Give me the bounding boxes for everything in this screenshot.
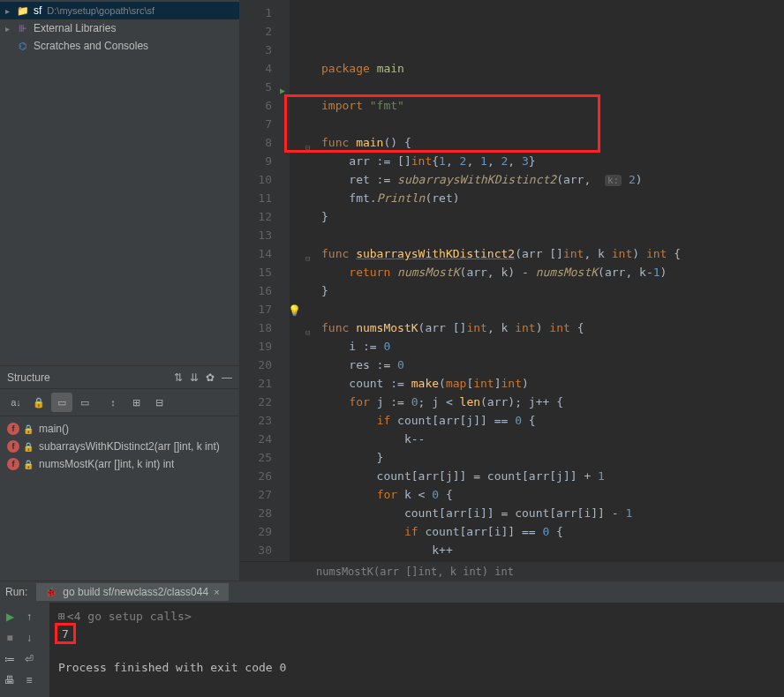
function-icon: f [7, 458, 19, 470]
fold-icon[interactable]: ⊟ [305, 250, 310, 268]
code-line[interactable] [321, 115, 681, 133]
line-number[interactable]: 16 [240, 281, 272, 300]
code-line[interactable] [321, 78, 681, 96]
fold-icon[interactable]: ⊟ [305, 139, 310, 157]
code-line[interactable]: ⊟func subarraysWithKDistinct2(arr []int,… [321, 244, 681, 263]
structure-item[interactable]: f🔒numsMostK(arr []int, k int) int [0, 455, 239, 473]
project-tree[interactable]: ▸ 📁 sf D:\mysetup\gopath\src\sf ▸ ⊪ Exte… [0, 0, 239, 55]
collapse-all-icon[interactable]: ⊟ [148, 393, 170, 412]
structure-toolbar: a↓ 🔒 ▭ ▭ ↕ ⊞ ⊟ [0, 389, 239, 416]
softwrap-icon[interactable]: ⏎ [19, 649, 39, 669]
code-line[interactable]: } [321, 207, 681, 226]
line-number[interactable]: 13 [240, 226, 272, 244]
line-number[interactable]: 8 [240, 133, 272, 152]
line-number[interactable]: 20 [240, 356, 272, 374]
code-line[interactable]: res := 0 [321, 356, 681, 374]
external-libraries[interactable]: ▸ ⊪ External Libraries [0, 19, 239, 37]
line-number[interactable]: 4 [240, 59, 272, 78]
fold-icon[interactable]: ⊟ [305, 324, 310, 342]
code-line[interactable]: if count[arr[j]] == 0 { [321, 411, 681, 430]
line-number[interactable]: 3 [240, 41, 272, 59]
expand-all-icon[interactable]: ⊞ [125, 393, 147, 412]
run-output[interactable]: ⊞<4 go setup calls> 7 Process finished w… [49, 603, 784, 697]
structure-item[interactable]: f🔒subarraysWithKDistinct2(arr []int, k i… [0, 438, 239, 455]
structure-item[interactable]: f🔒main() [0, 420, 239, 438]
line-number[interactable]: 28 [240, 504, 272, 522]
line-number[interactable]: 2 [240, 22, 272, 41]
code-line[interactable]: k++ [321, 541, 681, 559]
line-number[interactable]: 9 [240, 152, 272, 170]
hide-icon[interactable]: — [222, 371, 232, 384]
code-line[interactable]: k-- [321, 430, 681, 448]
run-toolbar: ▶ ■ ≔ 🖶 ↑ ↓ ⏎ ≡ [0, 603, 49, 697]
line-number[interactable]: 23 [240, 411, 272, 430]
code-line[interactable]: for k < 0 { [321, 485, 681, 504]
code-line[interactable]: import "fmt" [321, 96, 681, 115]
code-line[interactable]: count := make(map[int]int) [321, 374, 681, 393]
line-number[interactable]: 22 [240, 393, 272, 411]
code-line[interactable]: if count[arr[i]] == 0 { [321, 522, 681, 541]
code-line[interactable]: i := 0 [321, 337, 681, 356]
line-number[interactable]: 25 [240, 448, 272, 467]
code-line[interactable]: count[arr[i]] = count[arr[i]] - 1 [321, 504, 681, 522]
code-line[interactable]: package main [321, 59, 681, 78]
code-line[interactable]: arr := []int{1, 2, 1, 2, 3} [321, 152, 681, 170]
code-line[interactable] [321, 226, 681, 244]
line-number[interactable]: 27 [240, 485, 272, 504]
line-number[interactable]: 21 [240, 374, 272, 393]
line-number[interactable]: 11 [240, 189, 272, 207]
collapse-icon[interactable]: ⇊ [190, 371, 199, 384]
autoscroll-icon[interactable]: ↕ [102, 393, 124, 412]
line-number[interactable]: 17💡 [240, 300, 272, 319]
line-number[interactable]: 7 [240, 115, 272, 133]
code-line[interactable]: ⊟func main() { [321, 133, 681, 152]
play-icon[interactable]: ▶ [0, 607, 19, 626]
close-icon[interactable]: × [214, 587, 219, 597]
line-number[interactable]: 15 [240, 263, 272, 281]
code-line[interactable]: ⊟func numsMostK(arr []int, k int) int { [321, 319, 681, 337]
line-number[interactable]: 6 [240, 96, 272, 115]
gear-icon[interactable]: ✿ [206, 371, 215, 384]
layout-icon[interactable]: ≔ [0, 649, 19, 669]
run-output-value: 7 [58, 627, 72, 641]
code-line[interactable]: for j := 0; j < len(arr); j++ { [321, 393, 681, 411]
code-editor[interactable]: 12345▶67891011121314151617💡1819202122232… [240, 0, 784, 561]
line-number[interactable]: 29 [240, 522, 272, 541]
code-line[interactable]: return numsMostK(arr, k) - numsMostK(arr… [321, 263, 681, 281]
run-setup-line: <4 go setup calls> [67, 610, 192, 623]
line-number[interactable]: 5▶ [240, 78, 272, 96]
code-line[interactable] [321, 300, 681, 319]
scroll-up-icon[interactable]: ↑ [19, 607, 39, 626]
line-number[interactable]: 14 [240, 244, 272, 263]
sort-alpha-icon[interactable]: a↓ [5, 393, 26, 412]
scratches-label: Scratches and Consoles [34, 40, 148, 52]
scratches-consoles[interactable]: ⌬ Scratches and Consoles [0, 37, 239, 55]
stop-icon[interactable]: ■ [0, 628, 19, 648]
line-number[interactable]: 10 [240, 170, 272, 189]
attach-icon[interactable]: 🖶 [0, 671, 19, 690]
clear-icon[interactable]: ≡ [19, 671, 39, 690]
line-number[interactable]: 1 [240, 4, 272, 22]
code-line[interactable]: fmt.Println(ret) [321, 189, 681, 207]
sort-lock-icon[interactable]: 🔒 [28, 393, 49, 412]
show-method-icon[interactable]: ▭ [74, 393, 95, 412]
code-line[interactable]: } [321, 281, 681, 300]
code-line[interactable]: } [321, 448, 681, 467]
code-line[interactable]: ret := subarraysWithKDistinct2(arr, k: 2… [321, 170, 681, 189]
code-line[interactable]: count[arr[j]] = count[arr[j]] + 1 [321, 467, 681, 485]
expand-icon[interactable]: ⇅ [174, 371, 183, 384]
code-line[interactable]: } [321, 559, 681, 561]
line-number[interactable]: 12 [240, 207, 272, 226]
show-fields-icon[interactable]: ▭ [51, 393, 72, 412]
project-root[interactable]: ▸ 📁 sf D:\mysetup\gopath\src\sf [0, 2, 239, 19]
line-number[interactable]: 18 [240, 319, 272, 337]
breadcrumb[interactable]: numsMostK(arr []int, k int) int [240, 561, 784, 581]
line-number[interactable]: 26 [240, 467, 272, 485]
expand-icon[interactable]: ⊞ [58, 610, 65, 623]
line-number[interactable]: 24 [240, 430, 272, 448]
scroll-down-icon[interactable]: ↓ [19, 628, 39, 648]
run-gutter-icon[interactable]: ▶ [280, 81, 285, 100]
run-config-tab[interactable]: 🐞 go build sf/newclass2/class044 × [36, 583, 228, 601]
line-number[interactable]: 19 [240, 337, 272, 356]
line-number[interactable]: 30 [240, 541, 272, 559]
